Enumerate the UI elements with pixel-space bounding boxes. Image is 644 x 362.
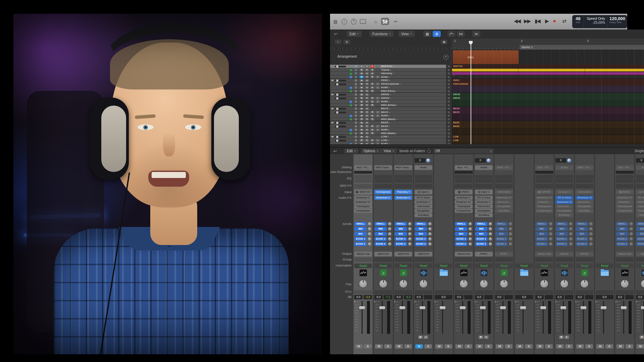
track-record-dot[interactable] xyxy=(448,94,450,96)
send-slot[interactable]: MID xyxy=(394,227,412,231)
track-power-icon[interactable] xyxy=(355,90,357,92)
midi-fx-slot[interactable] xyxy=(495,184,513,188)
audio-fx-slot[interactable]: American Cl xyxy=(555,200,573,204)
send-slot[interactable]: SMALL xyxy=(555,222,573,226)
send-slot[interactable]: BIG xyxy=(555,232,573,236)
send-button[interactable]: SMALL xyxy=(455,222,468,226)
audio-fx-slot[interactable]: Drawmer... xyxy=(535,200,553,204)
send-knob[interactable] xyxy=(368,242,371,246)
audio-fx-slot[interactable]: American C xyxy=(354,196,372,200)
db-value[interactable]: 0,0 xyxy=(576,295,584,299)
send-knob[interactable] xyxy=(569,237,573,241)
track-power-icon[interactable] xyxy=(355,132,357,134)
forward-button[interactable]: ▶▶ xyxy=(524,17,530,25)
region-lane[interactable] xyxy=(452,104,644,107)
send-slot[interactable]: ECHO 1 xyxy=(354,237,372,241)
cycle-count-value[interactable]: 0 xyxy=(555,158,566,163)
audio-fx-slot[interactable]: American C xyxy=(455,196,473,200)
send-button[interactable]: MID xyxy=(455,227,468,231)
group-slot[interactable] xyxy=(535,257,553,262)
db-value[interactable]: 0,0 xyxy=(495,295,503,299)
midi-fx-slot[interactable] xyxy=(576,184,593,188)
eq-slot[interactable] xyxy=(354,179,372,183)
audio-fx-slot[interactable]: Compressor xyxy=(455,209,473,213)
midi-fx-slot[interactable] xyxy=(636,184,644,188)
track-r-button[interactable]: R xyxy=(370,129,374,131)
region-lane[interactable]: DRIVE xyxy=(452,97,644,100)
input-slot[interactable]: Input 1 xyxy=(636,190,644,194)
send-slot[interactable]: BIG xyxy=(354,232,372,236)
track-r-button[interactable]: R xyxy=(370,69,374,71)
track-power-icon[interactable] xyxy=(355,139,357,141)
send-button[interactable]: SMALL xyxy=(495,222,508,226)
mute-button[interactable]: M xyxy=(536,344,544,349)
eq-slot[interactable] xyxy=(394,175,412,179)
track-i-button[interactable]: I xyxy=(376,129,380,131)
send-button[interactable]: ECHO 1 xyxy=(495,237,508,241)
eq-slot[interactable] xyxy=(555,179,573,183)
fader-cap[interactable] xyxy=(540,306,546,309)
output-slot[interactable]: SKETCH xyxy=(415,252,432,256)
audio-fx-slot[interactable]: American Cl xyxy=(535,196,553,200)
audio-fx-slot[interactable]: Trackspacer xyxy=(535,204,553,208)
send-button[interactable]: ECHO 1 xyxy=(535,237,548,241)
send-knob[interactable] xyxy=(469,232,472,236)
track-header-low[interactable]: MSLOW ▾ xyxy=(330,135,446,139)
region-lane[interactable] xyxy=(452,75,644,79)
track-m-button[interactable]: M xyxy=(360,83,364,85)
automation-mode-button[interactable]: Read xyxy=(636,263,644,268)
track-volume-slider[interactable] xyxy=(335,136,346,138)
disclosure-triangle-icon[interactable] xyxy=(331,122,334,124)
send-knob[interactable] xyxy=(630,227,633,231)
track-record-dot[interactable] xyxy=(448,101,450,103)
send-slot[interactable]: MID xyxy=(354,227,372,231)
track-header-back[interactable]: MSRIBACK ▾ xyxy=(330,111,446,114)
send-knob[interactable] xyxy=(589,222,593,226)
send-button[interactable]: BIG xyxy=(576,232,588,236)
group-slot[interactable] xyxy=(374,257,392,262)
group-slot[interactable] xyxy=(576,257,593,262)
pan-knob[interactable] xyxy=(621,280,629,288)
send-button[interactable]: BIG xyxy=(475,232,488,236)
track-r-button[interactable]: R xyxy=(370,97,374,100)
input-slot[interactable]: DRIVE xyxy=(535,190,553,194)
track-header-midi-perc-[interactable]: ♫MSRMIDI (Perc) ▾ xyxy=(330,89,446,93)
audio-fx-slot[interactable]: Harmonic... xyxy=(636,204,644,208)
media-browser-icon[interactable]: ▤ xyxy=(331,18,339,25)
send-knob[interactable] xyxy=(428,227,432,231)
send-slot[interactable]: ECHO 2 xyxy=(354,242,372,246)
vca-slot[interactable] xyxy=(515,290,533,294)
group-slot[interactable] xyxy=(475,257,493,262)
track-volume-slider[interactable] xyxy=(335,66,346,67)
fader[interactable]: 0 xyxy=(435,301,452,335)
audio-fx-slot[interactable]: Harmonics xyxy=(475,204,493,208)
fader-cap[interactable] xyxy=(520,306,526,309)
audio-fx-slot[interactable]: Drawmer S7 xyxy=(455,200,473,204)
track-m-button[interactable]: M xyxy=(360,108,364,110)
send-knob[interactable] xyxy=(408,222,412,226)
send-knob[interactable] xyxy=(569,227,573,231)
db-value[interactable]: 0,0 xyxy=(555,295,564,299)
send-knob[interactable] xyxy=(549,242,552,246)
record-arm-button[interactable]: R xyxy=(559,336,564,339)
track-record-dot[interactable] xyxy=(448,136,450,138)
region-lane[interactable] xyxy=(452,100,644,104)
playhead[interactable] xyxy=(471,41,471,144)
track-s-button[interactable]: S xyxy=(365,72,369,75)
strip-setting-button[interactable]: Bus - FX... xyxy=(354,165,372,170)
send-knob[interactable] xyxy=(408,237,412,241)
track-record-dot[interactable] xyxy=(448,143,450,144)
send-knob[interactable] xyxy=(489,237,492,241)
group-slot[interactable] xyxy=(415,257,432,262)
fader[interactable]: 0 xyxy=(636,301,644,335)
audio-fx-slot[interactable]: Drawmer... xyxy=(616,200,634,204)
output-slot[interactable]: PERC xyxy=(475,252,493,256)
eq-slot[interactable] xyxy=(616,179,634,183)
send-knob[interactable] xyxy=(368,222,371,226)
send-slot[interactable]: ECHO 2 xyxy=(415,242,432,246)
track-m-button[interactable]: M xyxy=(360,76,364,78)
track-record-dot[interactable] xyxy=(448,97,450,99)
mute-button[interactable]: M xyxy=(415,344,423,349)
audio-fx-slot[interactable]: Decapitator xyxy=(636,209,644,213)
send-knob[interactable] xyxy=(428,232,432,236)
